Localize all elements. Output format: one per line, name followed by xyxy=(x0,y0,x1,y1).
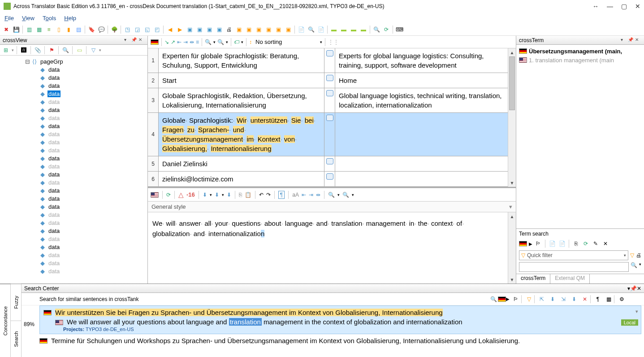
tree-item[interactable]: ◆data xyxy=(0,227,147,235)
menu-file[interactable]: File xyxy=(4,15,14,22)
tree-item[interactable]: ◆data xyxy=(0,243,147,251)
panel-pin-icon[interactable]: 📌 xyxy=(630,285,637,292)
segment-target[interactable] xyxy=(335,156,508,171)
segment-row[interactable]: 5Daniel Zielinski xyxy=(148,156,508,172)
tool-nav-next-icon[interactable]: ▶ xyxy=(175,25,184,34)
ts-copy-icon[interactable]: ⎘ xyxy=(572,240,580,248)
et-s2-icon[interactable]: ⇥ xyxy=(309,192,313,198)
tree-item[interactable]: ◆data xyxy=(0,235,147,243)
tool-refresh-icon[interactable]: ⟳ xyxy=(382,25,391,34)
tab-external-qm[interactable]: External QM xyxy=(550,274,590,284)
tool-copy2-icon[interactable]: ◲ xyxy=(133,25,142,34)
tool-zoom-icon[interactable]: 🔍 xyxy=(372,25,381,34)
qf-add-icon[interactable]: ▽ xyxy=(630,252,634,258)
et-zoomout-icon[interactable]: 🔍 xyxy=(342,192,349,198)
et-s3-icon[interactable]: ⇹ xyxy=(316,192,320,198)
crossterm-item[interactable]: 1. translation management (main xyxy=(519,56,641,65)
tool-nav-prev-icon[interactable]: ◀ xyxy=(165,25,174,34)
tool-close-icon[interactable]: ✖ xyxy=(2,25,11,34)
tool-print-icon[interactable]: 🖨 xyxy=(225,25,233,34)
sc-filter-icon[interactable]: ▽ xyxy=(524,295,533,304)
menu-tools[interactable]: Tools xyxy=(43,15,56,22)
tool-a1-icon[interactable]: ▣ xyxy=(185,25,194,34)
tool-a4-icon[interactable]: ▣ xyxy=(215,25,224,34)
maximize-button[interactable]: ▢ xyxy=(621,3,627,10)
term-search-input[interactable] xyxy=(519,262,629,272)
panel-dropdown-icon[interactable]: ▾ xyxy=(124,37,130,43)
segment-grid[interactable]: 1Experten für globale Sprachlogistik: Be… xyxy=(148,48,508,187)
scroll-up-icon[interactable]: ▲ xyxy=(508,48,516,56)
ct-sort-icon[interactable]: ↕ xyxy=(249,39,252,45)
tree-item[interactable]: ◆data xyxy=(0,122,147,130)
ct-zoomout-icon[interactable]: 🔍 xyxy=(217,39,224,45)
segment-row[interactable]: 2StartHome xyxy=(148,73,508,88)
sc-grid-icon[interactable]: ▦ xyxy=(604,295,613,304)
segment-status[interactable] xyxy=(324,156,335,171)
cv-filter-icon[interactable]: ▽ xyxy=(89,46,97,54)
search-go-icon[interactable]: 🔍 xyxy=(631,262,637,272)
tool-doc-a-icon[interactable]: 📄 xyxy=(297,25,306,34)
tool-b6-icon[interactable]: ▣ xyxy=(284,25,293,34)
tool-layout-icon[interactable]: ▤ xyxy=(74,25,83,34)
search-other-result[interactable]: Termine für Schulungen und Workshops zu … xyxy=(39,336,641,345)
tab-fuzzy[interactable]: Fuzzy xyxy=(11,284,21,321)
et-undo-icon[interactable]: ↶ xyxy=(259,192,264,198)
scroll-down-icon[interactable]: ▼ xyxy=(508,275,516,284)
ct-zoomin-icon[interactable]: 🔍 xyxy=(205,39,212,45)
panel-close-icon[interactable]: ✕ xyxy=(138,37,145,43)
tool-a3-icon[interactable]: ▣ xyxy=(205,25,214,34)
segment-target[interactable] xyxy=(335,113,508,156)
sc-flags-icon[interactable]: 🏳 xyxy=(511,295,520,304)
minimize-button[interactable]: — xyxy=(607,3,613,10)
segment-target[interactable]: Experts for global language logistics: C… xyxy=(335,48,508,73)
ts-doc-icon[interactable]: 📄 xyxy=(548,240,556,248)
grid-scrollbar[interactable]: ▲ ▼ xyxy=(508,48,516,187)
tab-concordance[interactable]: Concordance xyxy=(0,284,10,357)
segment-target[interactable]: Home xyxy=(335,73,508,88)
tool-comment-icon[interactable]: 💬 xyxy=(97,25,106,34)
et-s1-icon[interactable]: ⇤ xyxy=(302,192,306,198)
tree-item[interactable]: ◆data xyxy=(0,90,147,98)
et-a1-icon[interactable]: ⬇ xyxy=(203,192,207,198)
segment-status[interactable] xyxy=(324,172,335,186)
segment-row[interactable]: 6zielinski@loctimize.com xyxy=(148,172,508,187)
tree-item[interactable]: ◆data xyxy=(0,130,147,138)
tree-item[interactable]: ◆data xyxy=(0,186,147,194)
menu-view[interactable]: View xyxy=(22,15,35,22)
tool-b1-icon[interactable]: ▣ xyxy=(234,25,243,34)
crossview-tree[interactable]: ⊟ ⟨⟩ pageGrp ◆data◆data◆data◆data◆data◆d… xyxy=(0,56,147,284)
tree-item[interactable]: ◆data xyxy=(0,154,147,162)
tree-item[interactable]: ◆data xyxy=(0,194,147,202)
segment-status[interactable] xyxy=(324,88,335,112)
tree-item[interactable]: ◆data xyxy=(0,73,147,82)
panel-close-icon[interactable]: ✕ xyxy=(635,37,641,43)
ct-tag-icon[interactable]: 🏷 xyxy=(234,39,239,45)
tool-doc2-icon[interactable]: ▦ xyxy=(35,25,43,34)
tool-box4-icon[interactable]: ▬ xyxy=(359,25,368,34)
sc-search-icon[interactable]: 🔍 xyxy=(489,295,498,304)
tree-item[interactable]: ◆data xyxy=(0,267,147,275)
sort-dropdown[interactable]: No sorting xyxy=(255,39,318,45)
tree-root[interactable]: ⊟ ⟨⟩ pageGrp xyxy=(0,57,147,65)
tool-col2-icon[interactable]: ▮ xyxy=(64,25,73,34)
tool-copy1-icon[interactable]: ◳ xyxy=(123,25,132,34)
cv-search-icon[interactable]: 🔍 xyxy=(61,46,69,54)
tree-item[interactable]: ◆data xyxy=(0,259,147,267)
tool-save-icon[interactable]: 💾 xyxy=(12,25,21,34)
ct-grip-icon[interactable]: ⋮⋮ xyxy=(328,39,339,45)
tool-b5-icon[interactable]: ▣ xyxy=(274,25,283,34)
tool-list-icon[interactable]: ≡ xyxy=(44,25,53,34)
tool-b2-icon[interactable]: ▣ xyxy=(244,25,253,34)
ct-nav2-icon[interactable]: ↗ xyxy=(171,39,175,45)
panel-pin-icon[interactable]: 📌 xyxy=(628,37,634,43)
et-zoomin-icon[interactable]: 🔍 xyxy=(328,192,335,198)
tool-b3-icon[interactable]: ▣ xyxy=(254,25,263,34)
tree-item[interactable]: ◆data xyxy=(0,251,147,259)
sc-t3-icon[interactable]: ⇲ xyxy=(559,295,568,304)
tool-b4-icon[interactable]: ▣ xyxy=(264,25,273,34)
panel-pin-icon[interactable]: 📌 xyxy=(131,37,138,43)
sc-t2-icon[interactable]: ⬇ xyxy=(548,295,557,304)
segment-status[interactable] xyxy=(324,73,335,88)
segment-row[interactable]: 4Globale· Sprachlogistik:· Wir· unterstü… xyxy=(148,113,508,156)
et-paste-icon[interactable]: 📋 xyxy=(245,192,251,198)
